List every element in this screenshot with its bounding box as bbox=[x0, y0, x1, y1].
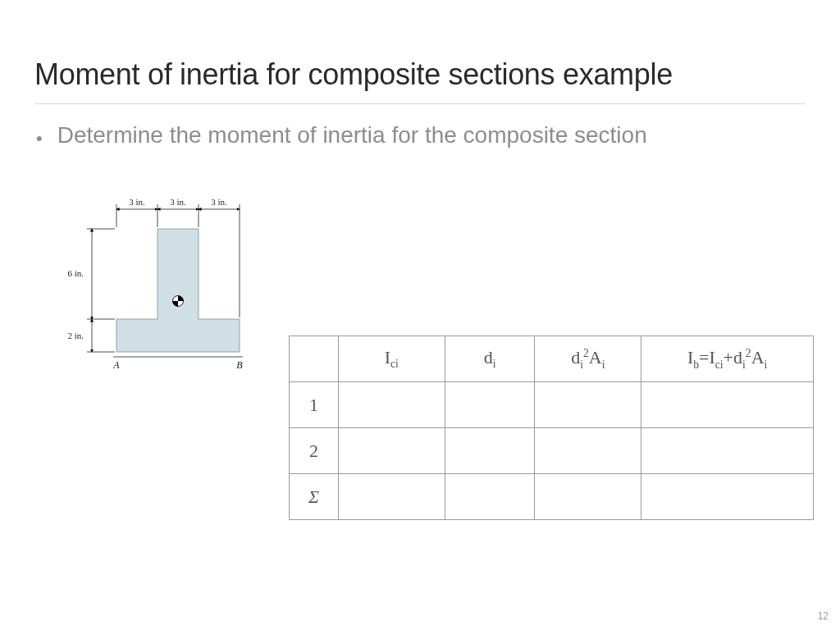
th-ib: Ib=Ici+di2Ai bbox=[641, 336, 814, 382]
th-ici: Ici bbox=[338, 336, 445, 382]
cell bbox=[641, 382, 814, 428]
cell bbox=[445, 474, 535, 520]
th-d2a: di2Ai bbox=[535, 336, 641, 382]
row-label-sigma: Σ bbox=[290, 474, 339, 520]
page-number: 12 bbox=[818, 610, 829, 622]
table-row: Σ bbox=[290, 474, 814, 520]
cell bbox=[445, 382, 535, 428]
cell bbox=[535, 382, 641, 428]
inertia-table: Ici di di2Ai Ib=Ici+di2Ai 1 bbox=[289, 336, 814, 520]
bullet-dot-icon: • bbox=[36, 122, 43, 155]
bullet-text: Determine the moment of inertia for the … bbox=[57, 122, 647, 148]
cell bbox=[338, 382, 445, 428]
cell bbox=[535, 474, 641, 520]
label-A: A bbox=[112, 359, 120, 371]
dim-top-2: 3 in. bbox=[170, 197, 186, 207]
dim-left-1: 6 in. bbox=[67, 268, 84, 278]
table-row: 1 bbox=[290, 382, 814, 428]
cell bbox=[338, 428, 445, 474]
table-header-row: Ici di di2Ai Ib=Ici+di2Ai bbox=[290, 336, 814, 382]
page-title: Moment of inertia for composite sections… bbox=[34, 57, 806, 104]
th-index bbox=[290, 336, 339, 382]
row-label: 1 bbox=[290, 382, 339, 428]
cell bbox=[641, 474, 814, 520]
bullet-item: • Determine the moment of inertia for th… bbox=[36, 122, 804, 155]
th-di: di bbox=[445, 336, 535, 382]
dim-top-1: 3 in. bbox=[129, 197, 145, 207]
dim-left-2: 2 in. bbox=[67, 331, 84, 340]
cell bbox=[445, 428, 535, 474]
row-label: 2 bbox=[290, 428, 339, 474]
bullet-list: • Determine the moment of inertia for th… bbox=[36, 122, 804, 155]
table-row: 2 bbox=[290, 428, 814, 474]
cell bbox=[535, 428, 641, 474]
cell bbox=[338, 474, 445, 520]
label-B: B bbox=[236, 359, 243, 371]
section-diagram: 3 in. 3 in. 3 in. 6 in. 2 in. A B bbox=[51, 180, 264, 393]
cell bbox=[641, 428, 814, 474]
dim-top-3: 3 in. bbox=[211, 197, 227, 207]
